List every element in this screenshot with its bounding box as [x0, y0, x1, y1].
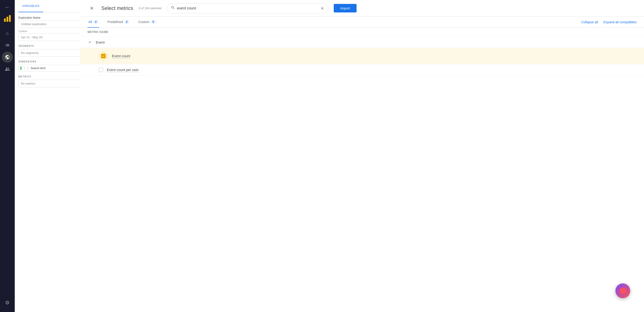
variables-body: Exploration Name Untitled exploration Cu… [15, 13, 88, 312]
metrics-label: Metrics [18, 75, 84, 78]
modal-body: Metric name Event Event count Event coun… [80, 28, 644, 312]
metric-row-event-count[interactable]: Event count [80, 48, 644, 64]
tab-custom-badge: 0 [151, 20, 156, 24]
tab-all-badge: 2 [94, 20, 98, 24]
close-icon: ✕ [90, 6, 94, 11]
nav-back-button[interactable]: ← [2, 2, 13, 13]
nav-items: ⌂ [0, 28, 15, 75]
modal-tabs: All 2 Predefined 2 Custom 0 Collapse all… [80, 17, 644, 28]
modal-search-bar[interactable] [167, 3, 328, 13]
modal-title: Select metrics [101, 5, 133, 11]
svg-rect-2 [9, 15, 10, 22]
tab-custom-label: Custom [138, 20, 150, 24]
tab-predefined-badge: 2 [124, 20, 129, 24]
fab-inner [620, 287, 626, 294]
date-range-value[interactable]: Apr 21 - May 20, [18, 34, 84, 41]
dimensions-label: Dimensions [18, 60, 84, 63]
nav-item-home[interactable]: ⌂ [2, 28, 13, 39]
category-name-event: Event [96, 40, 104, 44]
exploration-name-label: Exploration Name [18, 16, 84, 19]
variables-tab[interactable]: Variables [18, 0, 43, 12]
variables-header: Variables [15, 0, 88, 13]
tab-all-label: All [88, 20, 92, 24]
category-row-event[interactable]: Event [80, 37, 644, 48]
import-button[interactable]: Import [334, 4, 356, 13]
variables-panel: Variables Exploration Name Untitled expl… [15, 0, 88, 312]
segments-placeholder[interactable]: No segments [18, 49, 84, 57]
modal-header: ✕ Select metrics 0 of 164 selected Impor… [80, 0, 644, 17]
search-input[interactable] [177, 6, 318, 10]
modal-close-button[interactable]: ✕ [88, 4, 96, 13]
metric-name-event-count: Event count [112, 54, 130, 58]
variables-tabs: Variables [18, 0, 84, 12]
expand-all-link[interactable]: Expand all compatibles [604, 20, 637, 24]
category-chevron-up-icon [88, 40, 92, 45]
modal-count: 0 of 164 selected [139, 7, 162, 10]
svg-rect-0 [4, 19, 6, 22]
tab-predefined-label: Predefined [107, 20, 123, 24]
modal-tab-actions: Collapse all Expand all compatibles [581, 20, 637, 24]
app-logo [2, 13, 13, 24]
left-nav: ← ⌂ ⚙ [0, 0, 15, 312]
search-icon [171, 6, 175, 11]
metric-name-event-count-per-user: Event count per user [107, 68, 139, 72]
metric-name-header: Metric name [80, 28, 644, 37]
tab-all[interactable]: All 2 [88, 17, 99, 28]
fab-help-button[interactable] [616, 283, 630, 298]
segments-label: Segments [18, 45, 84, 47]
nav-item-audience[interactable] [2, 64, 13, 75]
nav-item-explore[interactable] [2, 52, 13, 63]
dimension-chip-dots-icon: ⋮⋮ [23, 66, 29, 70]
settings-button[interactable]: ⚙ [2, 297, 13, 308]
dimension-chip-label: Search term [31, 67, 46, 70]
nav-item-chart[interactable] [2, 40, 13, 51]
exploration-name-value[interactable]: Untitled exploration [18, 20, 84, 28]
metric-checkbox-highlight-event-count[interactable] [98, 51, 108, 61]
tab-predefined[interactable]: Predefined 2 [106, 17, 130, 28]
date-type-label: Custom [18, 30, 84, 33]
dimension-chip-search-term[interactable]: ⋮⋮ Search term [18, 65, 84, 72]
metrics-placeholder[interactable]: No metrics [18, 80, 84, 87]
search-clear-button[interactable] [320, 6, 324, 10]
metric-row-event-count-per-user[interactable]: Event count per user [80, 64, 644, 76]
svg-rect-1 [6, 17, 8, 22]
select-metrics-modal: ✕ Select metrics 0 of 164 selected Impor… [80, 0, 644, 312]
metric-checkbox-event-count[interactable] [101, 54, 106, 58]
collapse-all-link[interactable]: Collapse all [581, 20, 598, 24]
metric-checkbox-event-count-per-user[interactable] [98, 68, 103, 72]
dimension-chip-bar [20, 66, 22, 70]
tab-custom[interactable]: Custom 0 [138, 17, 156, 28]
